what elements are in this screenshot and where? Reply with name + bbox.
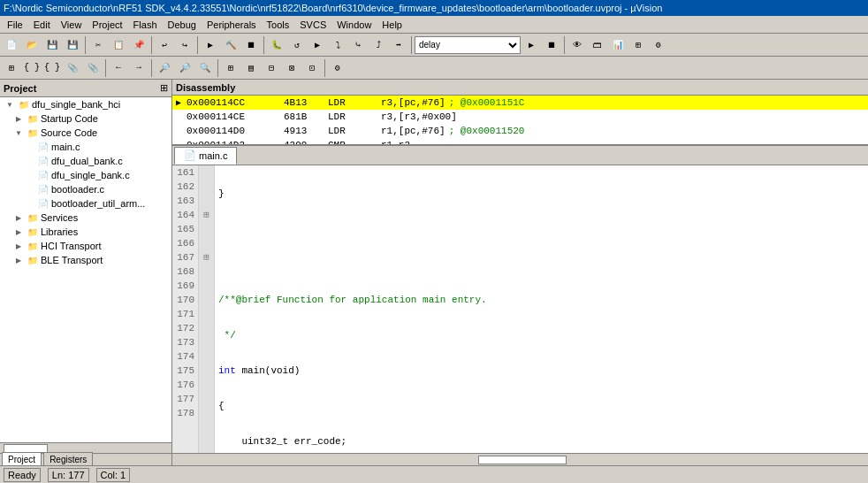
perf-btn[interactable]: 📊	[608, 35, 628, 55]
tb2-btn10[interactable]: 🔍	[195, 58, 215, 78]
disassembly-panel: Disassembly ▶ 0x000114CC 4B13 LDR r3,[pc…	[172, 80, 868, 146]
code-tabs: 📄 main.c	[172, 146, 868, 165]
tree-item-libraries[interactable]: Libraries	[0, 225, 171, 239]
runtocursor-btn[interactable]: ➡	[389, 35, 408, 55]
reset-btn[interactable]: ↺	[287, 35, 307, 55]
code-hscroll[interactable]	[478, 456, 567, 464]
ble-arrow-icon	[12, 254, 25, 266]
disassembly-content[interactable]: ▶ 0x000114CC 4B13 LDR r3,[pc,#76] ; @0x0…	[172, 96, 868, 144]
undo-btn[interactable]: ↩	[155, 35, 174, 55]
menu-item-edit[interactable]: Edit	[28, 18, 56, 32]
step-btn[interactable]: ⤵	[328, 35, 347, 55]
sourcecode-arrow-icon	[12, 126, 25, 139]
tree-item-root[interactable]: dfu_single_bank_hci	[0, 97, 171, 111]
code-content[interactable]: } /**@brief Function for application mai…	[215, 165, 868, 453]
bottom-scrollbar[interactable]	[172, 453, 868, 465]
tree-item-hci-label: HCI Transport	[41, 241, 101, 251]
stop-btn[interactable]: ⏹	[241, 35, 261, 55]
tb2-btn16[interactable]: ⚙	[328, 58, 347, 78]
save-all-btn[interactable]: 💾	[63, 35, 82, 55]
tab-mainc[interactable]: 📄 main.c	[174, 147, 237, 165]
tb2-btn2[interactable]: { }	[22, 58, 42, 78]
tb2-btn6[interactable]: ←	[109, 58, 128, 78]
paste-btn[interactable]: 📌	[129, 35, 148, 55]
disasm-comment-0: ; @0x0001151C	[449, 97, 525, 108]
copy-btn[interactable]: 📋	[109, 35, 128, 55]
combo-go-btn[interactable]: ▶	[522, 35, 541, 55]
project-panel-header: Project ⊞	[0, 80, 171, 97]
tb2-btn5[interactable]: 📎	[83, 58, 103, 78]
combo-stop-btn[interactable]: ⏹	[542, 35, 561, 55]
disasm-btn[interactable]: ⊞	[628, 35, 648, 55]
code-line-167: {	[215, 399, 868, 413]
mem-btn[interactable]: 🗃	[588, 35, 607, 55]
tab-registers[interactable]: Registers	[43, 452, 93, 466]
tb2-btn9[interactable]: 🔎	[175, 58, 194, 78]
new-btn[interactable]: 📄	[2, 35, 21, 55]
status-ready-text: Ready	[8, 470, 36, 480]
tb2-btn3[interactable]: { }	[42, 58, 62, 78]
watch-btn[interactable]: 👁	[567, 35, 587, 55]
tb2-btn4[interactable]: 📎	[63, 58, 82, 78]
settings-btn[interactable]: ⚙	[649, 35, 668, 55]
toolbar-2: ⊞ { } { } 📎 📎 ← → 🔎 🔎 🔍 ⊞ ▤ ⊟ ⊠ ⊡ ⚙	[0, 57, 868, 80]
libraries-folder-icon	[27, 226, 39, 238]
menu-item-debug[interactable]: Debug	[163, 18, 202, 32]
debug-btn[interactable]: 🐛	[267, 35, 286, 55]
tree-item-services[interactable]: Services	[0, 211, 171, 225]
cut-btn[interactable]: ✂	[88, 35, 108, 55]
libraries-arrow-icon	[12, 226, 25, 238]
tree-item-sourcecode[interactable]: Source Code	[0, 126, 171, 140]
menu-item-flash[interactable]: Flash	[128, 18, 163, 32]
tree-item-ble[interactable]: BLE Transport	[0, 253, 171, 267]
delay-combo[interactable]: delay	[415, 36, 521, 54]
menu-item-file[interactable]: File	[2, 18, 28, 32]
stepout-btn[interactable]: ⤴	[369, 35, 388, 55]
disasm-ops-1: r3,[r3,#0x00]	[381, 111, 457, 122]
tree-item-mainc[interactable]: main.c	[0, 140, 171, 154]
tree-item-hci[interactable]: HCI Transport	[0, 239, 171, 253]
mainc-tab-icon: 📄	[184, 150, 196, 162]
tree-item-bootloaderutil[interactable]: bootloader_util_arm...	[0, 196, 171, 211]
tree-item-dfudual[interactable]: dfu_dual_bank.c	[0, 154, 171, 168]
tree-item-dfusingle[interactable]: dfu_single_bank.c	[0, 168, 171, 182]
menu-item-project[interactable]: Project	[87, 18, 127, 32]
titlebar-text: F:\Nordic Semiconductor\nRF51 SDK_v4.4.2…	[4, 3, 662, 13]
redo-btn[interactable]: ↪	[175, 35, 194, 55]
tb2-btn12[interactable]: ▤	[241, 58, 261, 78]
stepover-btn[interactable]: ⤷	[348, 35, 368, 55]
menu-item-window[interactable]: Window	[331, 18, 377, 32]
disasm-addr-0: 0x000114CC	[187, 97, 284, 108]
tb2-btn8[interactable]: 🔎	[155, 58, 174, 78]
sep8	[151, 59, 152, 77]
tb2-btn1[interactable]: ⊞	[2, 58, 21, 78]
project-panel-pin[interactable]: ⊞	[160, 82, 168, 94]
menu-item-view[interactable]: View	[56, 18, 88, 32]
save-btn[interactable]: 💾	[42, 35, 62, 55]
menu-item-svcs[interactable]: SVCS	[294, 18, 331, 32]
tb2-btn7[interactable]: →	[129, 58, 148, 78]
menubar: FileEditViewProjectFlashDebugPeripherals…	[0, 16, 868, 34]
sep5	[411, 36, 412, 54]
project-tree: dfu_single_bank_hci Startup Code Source …	[0, 97, 171, 442]
tb2-btn13[interactable]: ⊟	[262, 58, 281, 78]
tree-item-bootloader[interactable]: bootloader.c	[0, 182, 171, 196]
rebuild-btn[interactable]: 🔨	[221, 35, 240, 55]
tb2-btn14[interactable]: ⊠	[282, 58, 301, 78]
code-text-167: {	[215, 401, 868, 411]
code-editor[interactable]: 161 162 163 164 165 166 167 168 169 170 …	[172, 165, 868, 453]
tree-item-libraries-label: Libraries	[41, 226, 78, 237]
disasm-mnem-1: LDR	[328, 111, 381, 122]
menu-item-tools[interactable]: Tools	[262, 18, 295, 32]
tb2-btn15[interactable]: ⊡	[302, 58, 322, 78]
menu-item-help[interactable]: Help	[377, 18, 407, 32]
open-btn[interactable]: 📂	[22, 35, 42, 55]
tb2-btn11[interactable]: ⊞	[221, 58, 240, 78]
tree-item-startup[interactable]: Startup Code	[0, 111, 171, 126]
tab-project[interactable]: Project	[2, 452, 42, 466]
build-btn[interactable]: ▶	[201, 35, 220, 55]
menu-item-peripherals[interactable]: Peripherals	[202, 18, 262, 32]
disasm-row-0: ▶ 0x000114CC 4B13 LDR r3,[pc,#76] ; @0x0…	[172, 96, 868, 110]
run-btn[interactable]: ▶	[308, 35, 327, 55]
tree-item-bootloader-label: bootloader.c	[51, 184, 104, 195]
